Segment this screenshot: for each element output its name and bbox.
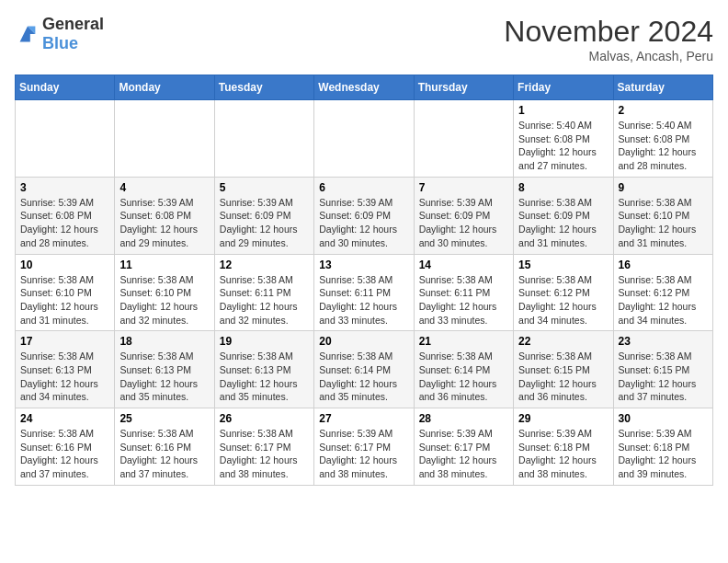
calendar-cell bbox=[214, 100, 313, 178]
day-info: Sunrise: 5:39 AM Sunset: 6:09 PM Dayligh… bbox=[319, 196, 408, 250]
day-number: 23 bbox=[619, 335, 708, 348]
day-number: 24 bbox=[20, 412, 109, 425]
calendar-table: SundayMondayTuesdayWednesdayThursdayFrid… bbox=[15, 75, 713, 486]
calendar-cell: 1Sunrise: 5:40 AM Sunset: 6:08 PM Daylig… bbox=[514, 100, 613, 178]
weekday-header-sunday: Sunday bbox=[16, 75, 115, 100]
calendar-cell: 16Sunrise: 5:38 AM Sunset: 6:12 PM Dayli… bbox=[613, 254, 712, 331]
calendar-cell: 14Sunrise: 5:38 AM Sunset: 6:11 PM Dayli… bbox=[414, 254, 513, 331]
calendar-cell: 30Sunrise: 5:39 AM Sunset: 6:18 PM Dayli… bbox=[613, 408, 712, 486]
day-info: Sunrise: 5:39 AM Sunset: 6:18 PM Dayligh… bbox=[619, 427, 708, 481]
calendar-cell: 8Sunrise: 5:38 AM Sunset: 6:09 PM Daylig… bbox=[514, 177, 613, 254]
day-info: Sunrise: 5:38 AM Sunset: 6:16 PM Dayligh… bbox=[119, 427, 209, 481]
day-info: Sunrise: 5:38 AM Sunset: 6:13 PM Dayligh… bbox=[119, 350, 209, 404]
day-info: Sunrise: 5:38 AM Sunset: 6:10 PM Dayligh… bbox=[20, 273, 109, 327]
logo[interactable]: General Blue bbox=[15, 15, 104, 53]
weekday-header-wednesday: Wednesday bbox=[314, 75, 414, 100]
calendar-cell: 3Sunrise: 5:39 AM Sunset: 6:08 PM Daylig… bbox=[16, 177, 115, 254]
day-info: Sunrise: 5:38 AM Sunset: 6:15 PM Dayligh… bbox=[619, 350, 708, 404]
day-info: Sunrise: 5:39 AM Sunset: 6:17 PM Dayligh… bbox=[419, 427, 508, 481]
day-number: 21 bbox=[419, 335, 508, 348]
day-number: 7 bbox=[419, 181, 508, 194]
day-info: Sunrise: 5:38 AM Sunset: 6:14 PM Dayligh… bbox=[419, 350, 508, 404]
weekday-header-friday: Friday bbox=[514, 75, 613, 100]
day-info: Sunrise: 5:39 AM Sunset: 6:09 PM Dayligh… bbox=[220, 196, 309, 250]
calendar-cell: 2Sunrise: 5:40 AM Sunset: 6:08 PM Daylig… bbox=[613, 100, 712, 178]
logo-blue-text: Blue bbox=[42, 34, 78, 52]
day-number: 26 bbox=[220, 412, 309, 425]
calendar-week-3: 10Sunrise: 5:38 AM Sunset: 6:10 PM Dayli… bbox=[16, 254, 713, 331]
day-info: Sunrise: 5:38 AM Sunset: 6:12 PM Dayligh… bbox=[619, 273, 708, 327]
calendar-cell: 21Sunrise: 5:38 AM Sunset: 6:14 PM Dayli… bbox=[414, 331, 513, 408]
calendar-cell: 5Sunrise: 5:39 AM Sunset: 6:09 PM Daylig… bbox=[214, 177, 313, 254]
day-number: 10 bbox=[20, 259, 109, 271]
day-number: 29 bbox=[518, 412, 608, 425]
calendar-cell: 29Sunrise: 5:39 AM Sunset: 6:18 PM Dayli… bbox=[514, 408, 613, 486]
day-number: 30 bbox=[619, 412, 708, 425]
calendar-cell bbox=[16, 100, 115, 178]
calendar-cell: 9Sunrise: 5:38 AM Sunset: 6:10 PM Daylig… bbox=[613, 177, 712, 254]
day-info: Sunrise: 5:40 AM Sunset: 6:08 PM Dayligh… bbox=[518, 119, 608, 173]
calendar-cell: 10Sunrise: 5:38 AM Sunset: 6:10 PM Dayli… bbox=[16, 254, 115, 331]
month-title: November 2024 bbox=[504, 15, 713, 49]
day-number: 11 bbox=[119, 259, 209, 271]
day-number: 12 bbox=[220, 259, 309, 271]
calendar-cell: 26Sunrise: 5:38 AM Sunset: 6:17 PM Dayli… bbox=[214, 408, 313, 486]
day-info: Sunrise: 5:38 AM Sunset: 6:09 PM Dayligh… bbox=[518, 196, 608, 250]
day-number: 19 bbox=[220, 335, 309, 348]
calendar-cell: 20Sunrise: 5:38 AM Sunset: 6:14 PM Dayli… bbox=[314, 331, 414, 408]
day-number: 9 bbox=[619, 181, 708, 194]
day-number: 28 bbox=[419, 412, 508, 425]
day-number: 5 bbox=[220, 181, 309, 194]
day-number: 20 bbox=[319, 335, 408, 348]
title-block: November 2024 Malvas, Ancash, Peru bbox=[504, 15, 713, 63]
day-info: Sunrise: 5:38 AM Sunset: 6:13 PM Dayligh… bbox=[20, 350, 109, 404]
day-info: Sunrise: 5:38 AM Sunset: 6:13 PM Dayligh… bbox=[220, 350, 309, 404]
day-number: 14 bbox=[419, 259, 508, 271]
weekday-header-thursday: Thursday bbox=[414, 75, 513, 100]
day-info: Sunrise: 5:38 AM Sunset: 6:17 PM Dayligh… bbox=[220, 427, 309, 481]
weekday-header-tuesday: Tuesday bbox=[214, 75, 313, 100]
calendar-cell: 24Sunrise: 5:38 AM Sunset: 6:16 PM Dayli… bbox=[16, 408, 115, 486]
day-number: 16 bbox=[619, 259, 708, 271]
calendar-cell: 15Sunrise: 5:38 AM Sunset: 6:12 PM Dayli… bbox=[514, 254, 613, 331]
day-info: Sunrise: 5:38 AM Sunset: 6:14 PM Dayligh… bbox=[319, 350, 408, 404]
day-number: 13 bbox=[319, 259, 408, 271]
day-number: 17 bbox=[20, 335, 109, 348]
day-number: 2 bbox=[619, 104, 708, 117]
calendar-cell: 7Sunrise: 5:39 AM Sunset: 6:09 PM Daylig… bbox=[414, 177, 513, 254]
calendar-cell: 11Sunrise: 5:38 AM Sunset: 6:10 PM Dayli… bbox=[115, 254, 214, 331]
day-number: 3 bbox=[20, 181, 109, 194]
day-number: 8 bbox=[518, 181, 608, 194]
day-number: 15 bbox=[518, 259, 608, 271]
calendar-cell: 4Sunrise: 5:39 AM Sunset: 6:08 PM Daylig… bbox=[115, 177, 214, 254]
day-info: Sunrise: 5:38 AM Sunset: 6:10 PM Dayligh… bbox=[119, 273, 209, 327]
calendar-cell: 17Sunrise: 5:38 AM Sunset: 6:13 PM Dayli… bbox=[16, 331, 115, 408]
calendar-cell: 22Sunrise: 5:38 AM Sunset: 6:15 PM Dayli… bbox=[514, 331, 613, 408]
day-info: Sunrise: 5:39 AM Sunset: 6:18 PM Dayligh… bbox=[518, 427, 608, 481]
calendar-cell: 23Sunrise: 5:38 AM Sunset: 6:15 PM Dayli… bbox=[613, 331, 712, 408]
calendar-week-4: 17Sunrise: 5:38 AM Sunset: 6:13 PM Dayli… bbox=[16, 331, 713, 408]
calendar-cell: 19Sunrise: 5:38 AM Sunset: 6:13 PM Dayli… bbox=[214, 331, 313, 408]
day-number: 27 bbox=[319, 412, 408, 425]
day-info: Sunrise: 5:38 AM Sunset: 6:11 PM Dayligh… bbox=[419, 273, 508, 327]
calendar-cell: 6Sunrise: 5:39 AM Sunset: 6:09 PM Daylig… bbox=[314, 177, 414, 254]
calendar-cell: 25Sunrise: 5:38 AM Sunset: 6:16 PM Dayli… bbox=[115, 408, 214, 486]
day-info: Sunrise: 5:38 AM Sunset: 6:15 PM Dayligh… bbox=[518, 350, 608, 404]
logo-general-text: General bbox=[42, 15, 104, 33]
day-info: Sunrise: 5:39 AM Sunset: 6:17 PM Dayligh… bbox=[319, 427, 408, 481]
calendar-cell bbox=[115, 100, 214, 178]
calendar-cell: 18Sunrise: 5:38 AM Sunset: 6:13 PM Dayli… bbox=[115, 331, 214, 408]
day-info: Sunrise: 5:38 AM Sunset: 6:10 PM Dayligh… bbox=[619, 196, 708, 250]
day-info: Sunrise: 5:38 AM Sunset: 6:11 PM Dayligh… bbox=[220, 273, 309, 327]
day-info: Sunrise: 5:39 AM Sunset: 6:08 PM Dayligh… bbox=[20, 196, 109, 250]
calendar-week-1: 1Sunrise: 5:40 AM Sunset: 6:08 PM Daylig… bbox=[16, 100, 713, 178]
page-header: General Blue November 2024 Malvas, Ancas… bbox=[15, 15, 713, 63]
day-number: 25 bbox=[119, 412, 209, 425]
calendar-week-5: 24Sunrise: 5:38 AM Sunset: 6:16 PM Dayli… bbox=[16, 408, 713, 486]
day-number: 4 bbox=[119, 181, 209, 194]
day-number: 1 bbox=[518, 104, 608, 117]
day-info: Sunrise: 5:38 AM Sunset: 6:12 PM Dayligh… bbox=[518, 273, 608, 327]
day-info: Sunrise: 5:39 AM Sunset: 6:09 PM Dayligh… bbox=[419, 196, 508, 250]
day-info: Sunrise: 5:40 AM Sunset: 6:08 PM Dayligh… bbox=[619, 119, 708, 173]
location-text: Malvas, Ancash, Peru bbox=[504, 49, 713, 63]
